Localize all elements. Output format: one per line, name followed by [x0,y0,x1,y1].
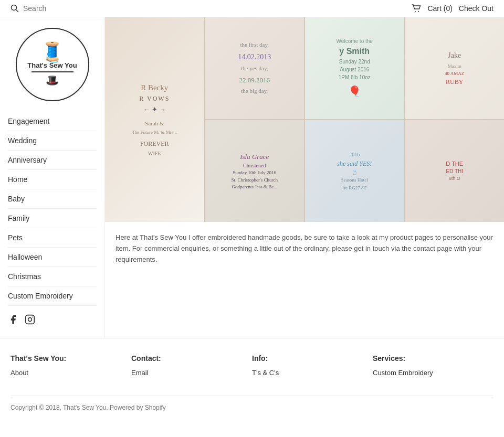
cart-area: Cart (0) Check Out [412,4,494,13]
footer-col-title-3: Info: [252,354,373,363]
hero-tile-5: Isla Grace Christened Sunday 10th July 2… [205,120,304,222]
hero-tile-6: 2016 she said YES! 💍 Seasons Hotel ire R… [305,120,404,222]
hat-icon: 🎩 [46,74,59,87]
footer: That's Sew You: About Contact: Email Inf… [0,338,504,422]
nav-item-halloween[interactable]: Halloween [8,248,97,267]
footer-tc-link[interactable]: T's & C's [252,369,373,377]
main-nav: Engagement Wedding Anniversary Home Baby… [8,112,97,306]
logo-underline [32,71,74,72]
search-area [10,4,86,13]
facebook-icon[interactable] [8,314,18,327]
logo-text: That's Sew You [27,61,77,70]
cart-link[interactable]: Cart (0) [427,4,452,13]
nav-item-anniversary[interactable]: Anniversary [8,151,97,170]
nav-item-pets[interactable]: Pets [8,228,97,248]
svg-point-6 [32,317,33,318]
nav-item-baby[interactable]: Baby [8,189,97,209]
powered-by-link[interactable]: Powered by Shopify [110,404,166,411]
hero-tile-4: Jake Maxim 40 AMAZ RUBY [405,17,505,119]
copyright-text: Copyright © 2018, That's Sew You. [10,404,108,411]
content-area: R Becky R VOWS ← ✦ → Sarah & The Future … [105,17,504,338]
description-area: Here at That's Sew You I offer embroider… [105,222,504,281]
nav-link-baby[interactable]: Baby [8,189,97,208]
nav-link-anniversary[interactable]: Anniversary [8,151,97,169]
nav-link-christmas[interactable]: Christmas [8,267,97,286]
footer-col-title-2: Contact: [131,354,252,363]
nav-link-home[interactable]: Home [8,170,97,189]
nav-link-engagement[interactable]: Engagement [8,112,97,131]
hero-tile-7: D THE ED THI 6th O [405,120,505,222]
footer-custom-embroidery-link[interactable]: Custom Embroidery [373,369,494,377]
footer-bottom: Copyright © 2018, That's Sew You. Powere… [10,396,494,411]
search-input[interactable] [23,4,86,13]
nav-item-custom[interactable]: Custom Embroidery [8,286,97,306]
top-bar: Cart (0) Check Out [0,0,504,17]
social-icons [8,314,97,327]
footer-email-link[interactable]: Email [131,369,252,377]
nav-item-wedding[interactable]: Wedding [8,131,97,151]
footer-col-contact: Contact: Email [131,354,252,380]
main-layout: 🧵 That's Sew You 🎩 Engagement Wedding An… [0,17,504,338]
nav-link-custom[interactable]: Custom Embroidery [8,286,97,305]
description-text: Here at That's Sew You I offer embroider… [116,232,494,265]
svg-point-3 [418,11,419,12]
nav-link-halloween[interactable]: Halloween [8,248,97,267]
search-icon[interactable] [10,4,19,13]
footer-about-link[interactable]: About [10,369,131,377]
footer-col-info: Info: T's & C's [252,354,373,380]
footer-col-title-1: That's Sew You: [10,354,131,363]
nav-link-pets[interactable]: Pets [8,228,97,247]
hero-tile-2: the first day, 14.02.2013 the yes day, 2… [205,17,304,119]
svg-point-0 [12,5,17,10]
instagram-icon[interactable] [25,314,35,327]
svg-rect-4 [26,315,35,324]
nav-link-wedding[interactable]: Wedding [8,131,97,150]
sewing-machine-icon: 🧵 [40,42,64,61]
footer-col-thats-sew-you: That's Sew You: About [10,354,131,380]
logo-circle: 🧵 That's Sew You 🎩 [16,28,89,101]
nav-item-engagement[interactable]: Engagement [8,112,97,131]
checkout-link[interactable]: Check Out [459,4,494,13]
footer-columns: That's Sew You: About Contact: Email Inf… [10,354,494,380]
cart-icon [412,4,421,13]
nav-link-family[interactable]: Family [8,209,97,228]
footer-col-services: Services: Custom Embroidery [373,354,494,380]
hero-collage: R Becky R VOWS ← ✦ → Sarah & The Future … [105,17,504,222]
logo-area: 🧵 That's Sew You 🎩 [8,28,97,101]
hero-tile-3: Welcome to the y Smith Sunday 22nd Augus… [305,17,404,119]
nav-item-christmas[interactable]: Christmas [8,267,97,286]
nav-item-family[interactable]: Family [8,209,97,228]
svg-line-1 [16,10,19,13]
nav-item-home[interactable]: Home [8,170,97,189]
sidebar: 🧵 That's Sew You 🎩 Engagement Wedding An… [0,17,105,338]
hero-tile-1: R Becky R VOWS ← ✦ → Sarah & The Future … [105,17,204,222]
hero-image: R Becky R VOWS ← ✦ → Sarah & The Future … [105,17,504,222]
svg-point-2 [415,11,416,12]
svg-point-5 [28,318,32,322]
footer-col-title-4: Services: [373,354,494,363]
